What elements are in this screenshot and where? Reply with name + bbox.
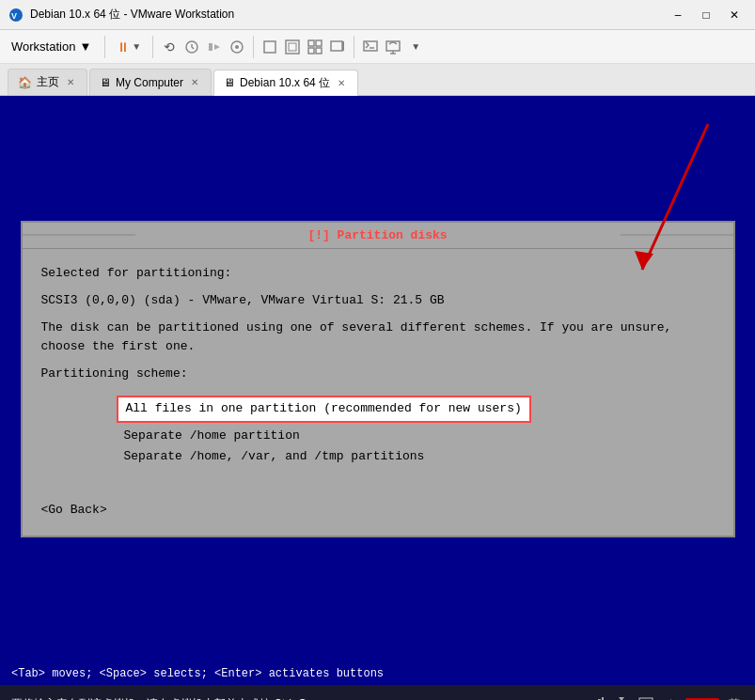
fit-guest-icon[interactable] [260, 37, 280, 57]
network-icon[interactable] [588, 694, 606, 700]
statusbar-icons: CSDN 英 [588, 694, 744, 700]
dialog-titlebar: [!] Partition disks [23, 223, 733, 249]
svg-rect-14 [342, 41, 344, 51]
tab-mycomputer-close[interactable]: ✕ [188, 76, 201, 88]
hint-text: <Tab> moves; <Space> selects; <Enter> ac… [11, 667, 384, 680]
dialog-line3: SCSI3 (0,0,0) (sda) - VMware, VMware Vir… [41, 291, 715, 311]
sound-icon[interactable] [661, 694, 680, 700]
tab-home-close[interactable]: ✕ [64, 76, 77, 88]
send-ctrl-alt-del-icon[interactable]: ⟲ [159, 37, 180, 57]
option-home-partition[interactable]: Separate /home partition [117, 426, 307, 445]
tab-mycomputer[interactable]: 🖥 My Computer ✕ [89, 69, 212, 95]
svg-rect-13 [331, 41, 342, 51]
pause-icon: ⏸ [117, 39, 130, 54]
svg-rect-11 [308, 48, 314, 54]
home-tab-icon: 🏠 [18, 76, 32, 89]
tab-mycomputer-label: My Computer [116, 76, 183, 89]
option-row-2[interactable]: Separate /home partition [79, 427, 677, 446]
toolbar-separator-2 [152, 36, 153, 58]
partition-dialog: [!] Partition disks Selected for partiti… [21, 221, 735, 537]
display-icon[interactable] [637, 694, 655, 700]
menubar: Workstation ▼ ⏸ ▼ ⟲ [0, 30, 755, 64]
dialog-line6: choose the first one. [41, 337, 715, 357]
pause-dropdown-icon: ▼ [132, 41, 141, 52]
workstation-menu[interactable]: Workstation ▼ [4, 36, 99, 57]
mycomputer-tab-icon: 🖥 [100, 76, 111, 89]
pause-button[interactable]: ⏸ ▼ [111, 37, 147, 57]
debian-tab-icon: 🖥 [224, 76, 235, 89]
svg-rect-9 [308, 40, 314, 46]
tab-debian-label: Debian 10.x 64 位 [240, 75, 330, 91]
titlebar: V Debian 10.x 64 位 - VMware Workstation … [0, 0, 755, 30]
option-row-1[interactable]: All files in one partition (recommended … [79, 396, 677, 423]
dialog-line5: The disk can be partitioned using one of… [41, 319, 715, 338]
usb-icon[interactable] [612, 694, 631, 700]
snapshot-icon[interactable] [181, 37, 202, 57]
view-options-icon[interactable] [327, 37, 348, 57]
suspend-icon[interactable] [204, 37, 225, 57]
tab-debian-close[interactable]: ✕ [335, 77, 348, 89]
vm-display-area[interactable]: [!] Partition disks Selected for partiti… [0, 96, 755, 662]
workstation-dropdown-arrow: ▼ [79, 39, 91, 54]
console-icon[interactable] [360, 37, 381, 57]
close-button[interactable]: ✕ [721, 5, 747, 25]
window-controls: – □ ✕ [665, 5, 747, 25]
tabbar: 🏠 主页 ✕ 🖥 My Computer ✕ 🖥 Debian 10.x 64 … [0, 64, 755, 96]
tab-home[interactable]: 🏠 主页 ✕ [8, 69, 87, 95]
go-back-button[interactable]: <Go Back> [41, 501, 715, 521]
svg-rect-10 [316, 40, 322, 46]
window-title: Debian 10.x 64 位 - VMware Workstation [30, 7, 665, 23]
minimize-button[interactable]: – [665, 5, 691, 25]
dialog-line1: Selected for partitioning: [41, 264, 715, 284]
remote-display-icon[interactable] [383, 37, 403, 57]
remote-dropdown-icon[interactable]: ▼ [405, 37, 426, 57]
svg-rect-8 [289, 43, 296, 51]
dialog-content: Selected for partitioning: SCSI3 (0,0,0)… [23, 249, 733, 536]
workstation-label: Workstation [11, 39, 75, 54]
toolbar-separator-4 [354, 36, 354, 58]
toolbar-separator-3 [253, 36, 254, 58]
svg-rect-6 [264, 41, 275, 53]
svg-point-5 [235, 45, 239, 49]
option-row-3[interactable]: Separate /home, /var, and /tmp partition… [79, 447, 677, 467]
cd-icon[interactable] [227, 37, 247, 57]
maximize-button[interactable]: □ [693, 5, 719, 25]
option-all-files[interactable]: All files in one partition (recommended … [117, 396, 531, 423]
toolbar-separator-1 [104, 36, 105, 58]
dialog-title: [!] Partition disks [307, 228, 447, 242]
partition-options: All files in one partition (recommended … [41, 396, 715, 467]
tab-home-label: 主页 [37, 74, 59, 90]
statusbar-message: 要将输入定向到该虚拟机，请在虚拟机内部单击或按 Ctrl+G。 [11, 696, 580, 701]
statusbar: 要将输入定向到该虚拟机，请在虚拟机内部单击或按 Ctrl+G。 [0, 685, 755, 700]
fullscreen-icon[interactable] [282, 37, 303, 57]
svg-rect-7 [286, 40, 299, 54]
go-back-label[interactable]: <Go Back> [41, 503, 107, 517]
dialog-scheme-label: Partitioning scheme: [41, 365, 715, 384]
option-home-var-tmp[interactable]: Separate /home, /var, and /tmp partition… [117, 446, 433, 466]
svg-rect-3 [209, 43, 212, 51]
hint-bar: <Tab> moves; <Space> selects; <Enter> ac… [0, 662, 755, 685]
vmware-icon: V [8, 7, 24, 23]
tab-debian[interactable]: 🖥 Debian 10.x 64 位 ✕ [213, 70, 358, 96]
svg-text:V: V [11, 11, 17, 21]
unity-icon[interactable] [305, 37, 325, 57]
input-method-icon[interactable]: 英 [725, 694, 744, 700]
svg-rect-12 [316, 48, 322, 54]
